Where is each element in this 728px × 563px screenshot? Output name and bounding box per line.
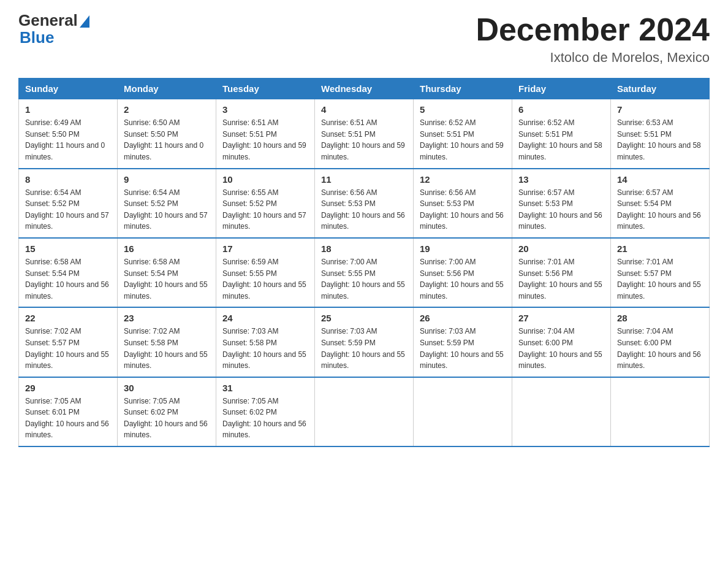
day-info: Sunrise: 7:04 AM Sunset: 6:00 PM Dayligh…	[617, 326, 703, 371]
day-info: Sunrise: 6:56 AM Sunset: 5:53 PM Dayligh…	[321, 187, 407, 232]
day-info: Sunrise: 7:01 AM Sunset: 5:57 PM Dayligh…	[617, 256, 703, 302]
day-number: 18	[321, 243, 407, 254]
day-cell: 6 Sunrise: 6:52 AM Sunset: 5:51 PM Dayli…	[512, 99, 611, 169]
day-number: 8	[25, 174, 111, 185]
day-cell: 23 Sunrise: 7:02 AM Sunset: 5:58 PM Dayl…	[118, 307, 216, 377]
week-row-3: 15 Sunrise: 6:58 AM Sunset: 5:54 PM Dayl…	[19, 238, 710, 307]
day-cell: 26 Sunrise: 7:03 AM Sunset: 5:59 PM Dayl…	[414, 307, 512, 377]
day-info: Sunrise: 7:05 AM Sunset: 6:02 PM Dayligh…	[124, 396, 210, 441]
logo: General Blue	[18, 12, 89, 47]
col-header-monday: Monday	[118, 79, 216, 99]
day-number: 12	[420, 174, 506, 185]
col-header-tuesday: Tuesday	[216, 79, 315, 99]
day-number: 26	[420, 313, 506, 323]
day-cell: 25 Sunrise: 7:03 AM Sunset: 5:59 PM Dayl…	[315, 307, 414, 377]
day-number: 17	[222, 243, 308, 254]
day-cell: 7 Sunrise: 6:53 AM Sunset: 5:51 PM Dayli…	[611, 99, 710, 169]
day-number: 11	[321, 174, 407, 185]
day-number: 14	[617, 174, 703, 185]
col-header-wednesday: Wednesday	[315, 79, 414, 99]
day-info: Sunrise: 7:02 AM Sunset: 5:57 PM Dayligh…	[25, 326, 111, 371]
location-text: Ixtolco de Morelos, Mexico	[476, 50, 710, 66]
day-info: Sunrise: 7:03 AM Sunset: 5:58 PM Dayligh…	[222, 326, 308, 371]
day-number: 4	[321, 104, 407, 115]
day-number: 7	[617, 104, 703, 115]
col-header-friday: Friday	[512, 79, 611, 99]
month-title: December 2024	[476, 12, 710, 47]
day-info: Sunrise: 6:50 AM Sunset: 5:50 PM Dayligh…	[124, 117, 210, 163]
day-number: 20	[518, 243, 604, 254]
week-row-1: 1 Sunrise: 6:49 AM Sunset: 5:50 PM Dayli…	[19, 99, 710, 169]
day-info: Sunrise: 6:55 AM Sunset: 5:52 PM Dayligh…	[222, 187, 308, 232]
day-info: Sunrise: 7:01 AM Sunset: 5:56 PM Dayligh…	[518, 256, 604, 302]
day-cell: 5 Sunrise: 6:52 AM Sunset: 5:51 PM Dayli…	[414, 99, 512, 169]
day-cell: 18 Sunrise: 7:00 AM Sunset: 5:55 PM Dayl…	[315, 238, 414, 307]
day-number: 13	[518, 174, 604, 185]
day-number: 16	[124, 243, 210, 254]
day-number: 29	[25, 383, 111, 393]
day-info: Sunrise: 7:05 AM Sunset: 6:01 PM Dayligh…	[25, 396, 111, 441]
day-info: Sunrise: 6:51 AM Sunset: 5:51 PM Dayligh…	[321, 117, 407, 163]
day-info: Sunrise: 7:02 AM Sunset: 5:58 PM Dayligh…	[124, 326, 210, 371]
day-cell: 22 Sunrise: 7:02 AM Sunset: 5:57 PM Dayl…	[19, 307, 118, 377]
day-info: Sunrise: 6:54 AM Sunset: 5:52 PM Dayligh…	[25, 187, 111, 232]
day-cell: 17 Sunrise: 6:59 AM Sunset: 5:55 PM Dayl…	[216, 238, 315, 307]
day-cell: 30 Sunrise: 7:05 AM Sunset: 6:02 PM Dayl…	[118, 377, 216, 446]
day-cell: 11 Sunrise: 6:56 AM Sunset: 5:53 PM Dayl…	[315, 169, 414, 238]
day-cell	[611, 377, 710, 446]
day-cell	[315, 377, 414, 446]
day-number: 24	[222, 313, 308, 323]
day-info: Sunrise: 6:51 AM Sunset: 5:51 PM Dayligh…	[222, 117, 308, 163]
day-info: Sunrise: 6:56 AM Sunset: 5:53 PM Dayligh…	[420, 187, 506, 232]
day-number: 15	[25, 243, 111, 254]
day-info: Sunrise: 7:03 AM Sunset: 5:59 PM Dayligh…	[420, 326, 506, 371]
day-cell	[512, 377, 611, 446]
day-cell: 3 Sunrise: 6:51 AM Sunset: 5:51 PM Dayli…	[216, 99, 315, 169]
day-info: Sunrise: 6:54 AM Sunset: 5:52 PM Dayligh…	[124, 187, 210, 232]
day-cell: 27 Sunrise: 7:04 AM Sunset: 6:00 PM Dayl…	[512, 307, 611, 377]
day-number: 6	[518, 104, 604, 115]
day-info: Sunrise: 7:00 AM Sunset: 5:55 PM Dayligh…	[321, 256, 407, 302]
page-header: General Blue December 2024 Ixtolco de Mo…	[18, 12, 710, 66]
day-number: 5	[420, 104, 506, 115]
calendar-table: SundayMondayTuesdayWednesdayThursdayFrid…	[18, 78, 710, 447]
day-cell: 4 Sunrise: 6:51 AM Sunset: 5:51 PM Dayli…	[315, 99, 414, 169]
header-row: SundayMondayTuesdayWednesdayThursdayFrid…	[19, 79, 710, 99]
day-number: 19	[420, 243, 506, 254]
day-cell	[414, 377, 512, 446]
col-header-sunday: Sunday	[19, 79, 118, 99]
day-cell: 1 Sunrise: 6:49 AM Sunset: 5:50 PM Dayli…	[19, 99, 118, 169]
day-info: Sunrise: 6:57 AM Sunset: 5:54 PM Dayligh…	[617, 187, 703, 232]
week-row-4: 22 Sunrise: 7:02 AM Sunset: 5:57 PM Dayl…	[19, 307, 710, 377]
day-number: 28	[617, 313, 703, 323]
day-info: Sunrise: 6:59 AM Sunset: 5:55 PM Dayligh…	[222, 256, 308, 302]
day-number: 21	[617, 243, 703, 254]
day-number: 1	[25, 104, 111, 115]
day-number: 25	[321, 313, 407, 323]
day-info: Sunrise: 6:58 AM Sunset: 5:54 PM Dayligh…	[25, 256, 111, 302]
logo-arrow-icon	[80, 15, 89, 28]
day-info: Sunrise: 6:53 AM Sunset: 5:51 PM Dayligh…	[617, 117, 703, 163]
day-cell: 20 Sunrise: 7:01 AM Sunset: 5:56 PM Dayl…	[512, 238, 611, 307]
day-cell: 2 Sunrise: 6:50 AM Sunset: 5:50 PM Dayli…	[118, 99, 216, 169]
day-info: Sunrise: 7:04 AM Sunset: 6:00 PM Dayligh…	[518, 326, 604, 371]
day-info: Sunrise: 7:05 AM Sunset: 6:02 PM Dayligh…	[222, 396, 308, 441]
day-number: 10	[222, 174, 308, 185]
day-info: Sunrise: 6:49 AM Sunset: 5:50 PM Dayligh…	[25, 117, 111, 163]
day-cell: 12 Sunrise: 6:56 AM Sunset: 5:53 PM Dayl…	[414, 169, 512, 238]
day-info: Sunrise: 7:00 AM Sunset: 5:56 PM Dayligh…	[420, 256, 506, 302]
week-row-5: 29 Sunrise: 7:05 AM Sunset: 6:01 PM Dayl…	[19, 377, 710, 446]
day-cell: 14 Sunrise: 6:57 AM Sunset: 5:54 PM Dayl…	[611, 169, 710, 238]
day-info: Sunrise: 6:58 AM Sunset: 5:54 PM Dayligh…	[124, 256, 210, 302]
day-info: Sunrise: 6:57 AM Sunset: 5:53 PM Dayligh…	[518, 187, 604, 232]
day-cell: 31 Sunrise: 7:05 AM Sunset: 6:02 PM Dayl…	[216, 377, 315, 446]
day-number: 23	[124, 313, 210, 323]
day-cell: 19 Sunrise: 7:00 AM Sunset: 5:56 PM Dayl…	[414, 238, 512, 307]
day-cell: 24 Sunrise: 7:03 AM Sunset: 5:58 PM Dayl…	[216, 307, 315, 377]
day-cell: 21 Sunrise: 7:01 AM Sunset: 5:57 PM Dayl…	[611, 238, 710, 307]
day-info: Sunrise: 7:03 AM Sunset: 5:59 PM Dayligh…	[321, 326, 407, 371]
day-number: 2	[124, 104, 210, 115]
day-cell: 15 Sunrise: 6:58 AM Sunset: 5:54 PM Dayl…	[19, 238, 118, 307]
day-cell: 29 Sunrise: 7:05 AM Sunset: 6:01 PM Dayl…	[19, 377, 118, 446]
logo-general-text: General	[18, 12, 78, 28]
